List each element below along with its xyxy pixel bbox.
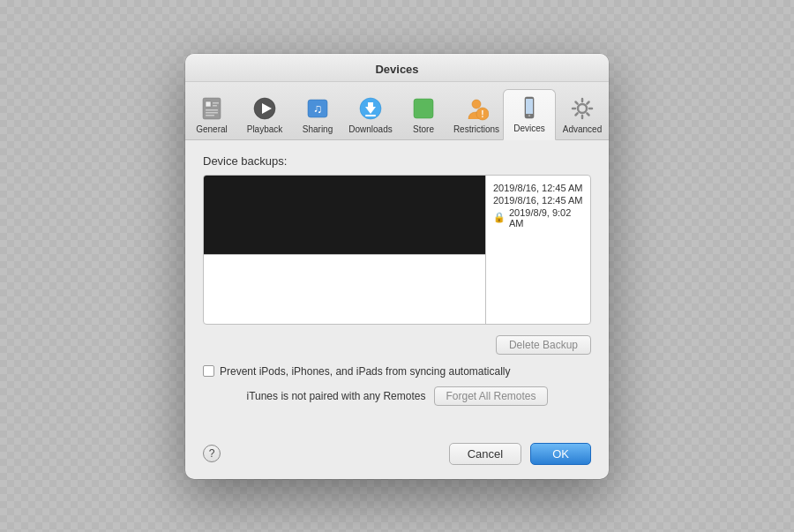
tab-general[interactable]: General [185,91,238,139]
advanced-icon [568,94,596,123]
svg-text:♫: ♫ [313,101,323,116]
backup-list-selected-item[interactable] [204,176,485,255]
delete-backup-row: Delete Backup [203,335,591,355]
backup-date-3: 🔒 2019/8/9, 9:02 AM [493,207,583,229]
svg-line-28 [587,101,588,103]
tab-sharing-label: Sharing [303,124,333,134]
forget-remotes-button[interactable]: Forget All Remotes [434,386,547,406]
footer-buttons: Cancel OK [449,443,591,465]
playback-icon [251,94,279,123]
tab-advanced-label: Advanced [563,124,602,134]
svg-rect-19 [526,99,533,114]
svg-point-20 [528,114,530,116]
tab-restrictions[interactable]: ! Restrictions [450,91,503,139]
tab-devices[interactable]: Devices [503,89,556,140]
svg-point-15 [472,100,481,109]
svg-point-21 [578,104,587,113]
remotes-status-text: iTunes is not paired with any Remotes [246,390,425,402]
delete-backup-button[interactable]: Delete Backup [496,335,591,355]
backup-date-1: 2019/8/16, 12:45 AM [493,183,583,193]
svg-line-26 [576,101,578,103]
cancel-button[interactable]: Cancel [449,443,521,465]
tab-devices-label: Devices [513,124,545,133]
svg-line-27 [587,113,588,115]
ok-button[interactable]: OK [530,443,591,465]
restrictions-icon: ! [462,94,491,123]
dialog-title-bar: Devices [185,54,609,82]
svg-rect-1 [206,101,211,107]
content-area: Device backups: 2019/8/16, 12:45 AM 2019… [185,140,609,434]
prevent-sync-label: Prevent iPods, iPhones, and iPads from s… [220,365,511,378]
prevent-sync-row: Prevent iPods, iPhones, and iPads from s… [203,365,591,378]
svg-text:!: ! [481,109,483,119]
backup-list[interactable] [204,176,486,324]
svg-line-29 [576,113,578,115]
svg-rect-14 [414,99,433,118]
svg-rect-2 [213,102,219,104]
downloads-icon [356,94,385,123]
svg-rect-13 [365,115,376,116]
tab-downloads-label: Downloads [348,124,392,134]
section-title: Device backups: [203,154,591,168]
backup-date-2: 2019/8/16, 12:45 AM [493,195,583,206]
tab-store-label: Store [413,124,434,134]
tab-playback-label: Playback [247,124,283,134]
tab-advanced[interactable]: Advanced [556,91,609,139]
tab-sharing[interactable]: ♫ Sharing [291,91,344,139]
sharing-icon: ♫ [303,94,332,123]
help-button[interactable]: ? [203,445,221,462]
backup-dates-panel: 2019/8/16, 12:45 AM 2019/8/16, 12:45 AM … [486,176,590,324]
tab-general-label: General [196,124,228,134]
store-icon [409,94,438,123]
tab-downloads[interactable]: Downloads [344,91,397,139]
tab-playback[interactable]: Playback [238,91,291,139]
lock-icon: 🔒 [493,212,506,223]
tab-restrictions-label: Restrictions [453,124,499,134]
prevent-sync-checkbox[interactable] [203,365,214,377]
svg-rect-3 [213,105,217,107]
svg-rect-6 [206,115,214,116]
svg-rect-4 [206,109,218,111]
preferences-dialog: Devices General [185,54,609,479]
devices-icon [515,94,543,122]
dialog-footer: ? Cancel OK [185,434,609,479]
general-icon [198,94,226,123]
remotes-row: iTunes is not paired with any Remotes Fo… [203,386,591,406]
tab-store[interactable]: Store [397,91,450,139]
dialog-title: Devices [375,63,418,76]
backup-container: 2019/8/16, 12:45 AM 2019/8/16, 12:45 AM … [203,175,591,325]
svg-rect-5 [206,112,218,114]
toolbar: General Playback ♫ Sharing [185,82,609,140]
